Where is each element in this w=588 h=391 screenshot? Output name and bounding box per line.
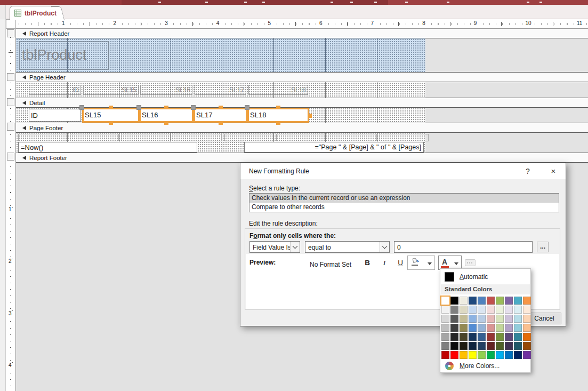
page-header-surface[interactable]: IDSL15SL16SL17SL18 [16,82,425,98]
bold-button[interactable]: B [361,257,373,269]
color-swatch[interactable] [505,333,513,341]
color-swatch[interactable] [505,315,513,323]
section-bar-detail[interactable]: Detail [16,98,588,108]
expression-builder-button[interactable]: ... [537,242,549,252]
color-swatch[interactable] [523,333,531,341]
color-swatch[interactable] [460,324,468,332]
page-expression-textbox[interactable]: ="Page " & [Page] & " of " & [Pages] [244,142,424,153]
color-swatch[interactable] [514,297,522,305]
empty-label-box[interactable] [18,134,67,141]
more-colors-item[interactable]: More Colors... [440,361,530,372]
underline-button[interactable]: U [394,257,406,269]
color-swatch[interactable] [487,324,495,332]
color-swatch[interactable] [523,324,531,332]
color-swatch[interactable] [514,315,522,323]
color-swatch[interactable] [523,315,531,323]
resize-handle[interactable] [276,122,280,125]
background-color-button[interactable] [407,256,435,270]
report-header-surface[interactable]: tblProduct [16,38,425,72]
color-swatch[interactable] [505,342,513,350]
color-swatch[interactable] [441,324,449,332]
section-handle-box[interactable] [7,153,14,161]
detail-surface[interactable]: IDSL15SL16SL17SL18 [16,108,425,123]
resize-handle[interactable] [109,106,113,109]
color-swatch[interactable] [450,324,458,332]
automatic-color-item[interactable]: Automatic [440,270,530,284]
color-swatch[interactable] [441,297,449,305]
color-swatch[interactable] [469,297,477,305]
color-swatch[interactable] [450,306,458,314]
resize-handle[interactable] [164,122,168,125]
section-bar-page-header[interactable]: Page Header [16,73,588,82]
color-swatch[interactable] [514,342,522,350]
section-handle-box[interactable] [7,73,14,81]
color-swatch[interactable] [514,324,522,332]
color-swatch[interactable] [487,333,495,341]
resize-handle[interactable] [109,122,113,125]
color-swatch[interactable] [469,342,477,350]
report-title-label[interactable]: tblProduct [19,41,109,70]
color-swatch[interactable] [469,324,477,332]
cancel-button[interactable]: Cancel [527,313,561,324]
color-swatch[interactable] [496,315,504,323]
page-header-label-id[interactable]: ID [29,85,81,95]
empty-label-box[interactable] [173,134,222,141]
color-swatch[interactable] [496,342,504,350]
color-swatch[interactable] [450,297,458,305]
empty-label-box[interactable] [224,134,273,141]
color-swatch[interactable] [478,297,486,305]
color-swatch[interactable] [496,324,504,332]
chevron-down-icon[interactable] [290,242,300,252]
page-header-label-sl15[interactable]: SL15 [83,85,139,95]
operator-combo[interactable]: equal to [305,241,390,253]
color-swatch[interactable] [478,315,486,323]
move-handle[interactable] [191,105,196,110]
color-swatch[interactable] [441,306,449,314]
section-handle-box[interactable] [7,98,14,106]
section-bar-report-footer[interactable]: Report Footer [16,153,588,163]
detail-textbox-sl15-selected[interactable]: SL15 [82,108,140,123]
detail-textbox-sl17-selected[interactable]: SL17 [194,108,247,123]
color-swatch[interactable] [523,297,531,305]
color-swatch[interactable] [487,342,495,350]
section-handle-box[interactable] [7,123,14,131]
empty-label-box[interactable] [122,134,171,141]
rule-type-option[interactable]: Compare to other records [249,203,559,212]
color-swatch[interactable] [478,324,486,332]
color-swatch[interactable] [478,342,486,350]
detail-textbox-id[interactable]: ID [29,109,81,122]
color-swatch[interactable] [450,333,458,341]
color-swatch[interactable] [460,306,468,314]
resize-handle[interactable] [309,114,312,118]
detail-textbox-sl16-selected[interactable]: SL16 [139,108,194,123]
now-expression-textbox[interactable]: =Now() [18,142,197,153]
help-button[interactable]: ? [520,165,535,177]
color-swatch[interactable] [505,324,513,332]
color-swatch[interactable] [487,306,495,314]
color-swatch[interactable] [496,351,504,359]
color-swatch[interactable] [460,297,468,305]
dialog-titlebar[interactable]: New Formatting Rule ? × [240,163,566,179]
color-swatch[interactable] [460,315,468,323]
color-swatch[interactable] [487,297,495,305]
color-swatch[interactable] [487,351,495,359]
rule-type-option-selected[interactable]: Check values in the current record or us… [249,194,559,203]
color-swatch[interactable] [460,333,468,341]
color-swatch[interactable] [523,351,531,359]
page-header-label-sl18[interactable]: SL18 [248,85,308,95]
color-swatch[interactable] [441,333,449,341]
horizontal-ruler[interactable]: 1234567891011 [16,19,588,29]
color-swatch[interactable] [505,351,513,359]
resize-handle[interactable] [219,106,223,109]
color-swatch[interactable] [478,306,486,314]
color-swatch[interactable] [505,306,513,314]
empty-label-box[interactable] [380,134,429,141]
color-swatch[interactable] [496,306,504,314]
page-header-label-sl17[interactable]: SL17 [195,85,246,95]
color-swatch[interactable] [441,342,449,350]
move-handle[interactable] [79,105,84,110]
condition-value-input[interactable]: 0 [394,241,533,253]
section-bar-report-header[interactable]: Report Header [16,29,588,38]
empty-label-box[interactable] [328,134,377,141]
empty-label-box[interactable] [276,134,325,141]
